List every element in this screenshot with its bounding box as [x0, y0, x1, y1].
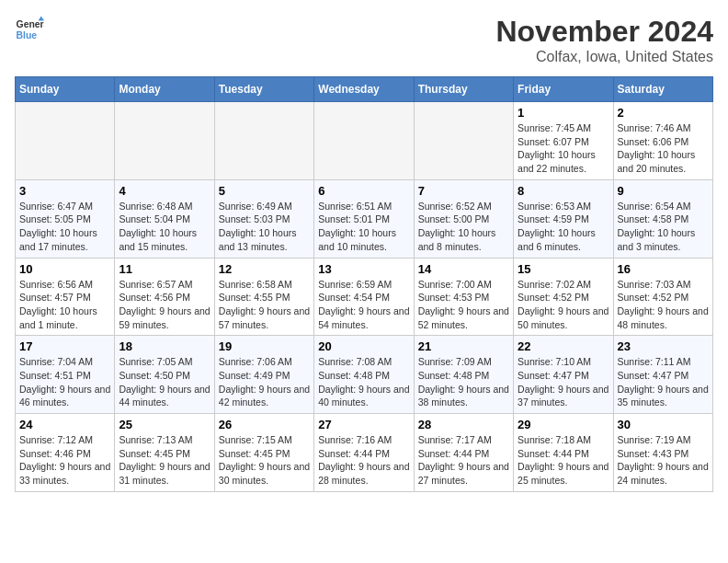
cell-info: Sunrise: 7:11 AMSunset: 4:47 PMDaylight:…	[618, 355, 709, 409]
cell-info: Sunrise: 7:08 AMSunset: 4:48 PMDaylight:…	[318, 355, 409, 409]
calendar-cell	[214, 102, 313, 180]
weekday-header-saturday: Saturday	[613, 77, 712, 102]
calendar-week-5: 24Sunrise: 7:12 AMSunset: 4:46 PMDayligh…	[16, 414, 713, 492]
cell-info: Sunrise: 7:19 AMSunset: 4:43 PMDaylight:…	[618, 433, 709, 488]
day-number: 3	[19, 184, 110, 198]
cell-info: Sunrise: 6:47 AMSunset: 5:05 PMDaylight:…	[19, 200, 110, 254]
calendar-cell: 14Sunrise: 7:00 AMSunset: 4:53 PMDayligh…	[414, 258, 513, 336]
weekday-header-wednesday: Wednesday	[314, 77, 414, 102]
cell-info: Sunrise: 7:13 AMSunset: 4:45 PMDaylight:…	[119, 433, 210, 488]
day-number: 23	[618, 339, 709, 353]
cell-info: Sunrise: 6:59 AMSunset: 4:54 PMDaylight:…	[318, 278, 409, 332]
calendar-cell: 10Sunrise: 6:56 AMSunset: 4:57 PMDayligh…	[16, 258, 115, 336]
day-number: 28	[418, 418, 509, 431]
day-number: 24	[19, 418, 110, 431]
calendar-cell: 7Sunrise: 6:52 AMSunset: 5:00 PMDaylight…	[414, 179, 513, 258]
day-number: 8	[518, 184, 609, 198]
calendar-cell: 22Sunrise: 7:10 AMSunset: 4:47 PMDayligh…	[514, 336, 613, 414]
page-header: General Blue November 2024 Colfax, Iowa,…	[15, 15, 713, 65]
cell-info: Sunrise: 7:09 AMSunset: 4:48 PMDaylight:…	[418, 355, 509, 409]
calendar-cell	[414, 102, 513, 180]
day-number: 11	[119, 262, 210, 276]
calendar-cell: 18Sunrise: 7:05 AMSunset: 4:50 PMDayligh…	[115, 336, 214, 414]
calendar-cell: 27Sunrise: 7:16 AMSunset: 4:44 PMDayligh…	[314, 414, 414, 492]
cell-info: Sunrise: 7:03 AMSunset: 4:52 PMDaylight:…	[618, 278, 709, 332]
cell-info: Sunrise: 6:49 AMSunset: 5:03 PMDaylight:…	[219, 200, 310, 254]
day-number: 5	[219, 184, 310, 198]
cell-info: Sunrise: 7:02 AMSunset: 4:52 PMDaylight:…	[518, 278, 609, 332]
calendar-cell: 13Sunrise: 6:59 AMSunset: 4:54 PMDayligh…	[314, 258, 414, 336]
calendar-cell: 3Sunrise: 6:47 AMSunset: 5:05 PMDaylight…	[16, 179, 115, 258]
cell-info: Sunrise: 6:56 AMSunset: 4:57 PMDaylight:…	[19, 278, 110, 332]
day-number: 17	[19, 339, 110, 353]
cell-info: Sunrise: 7:04 AMSunset: 4:51 PMDaylight:…	[19, 355, 110, 409]
calendar-cell: 30Sunrise: 7:19 AMSunset: 4:43 PMDayligh…	[613, 414, 712, 492]
day-number: 1	[518, 106, 609, 120]
day-number: 14	[418, 262, 509, 276]
calendar-cell: 8Sunrise: 6:53 AMSunset: 4:59 PMDaylight…	[514, 179, 613, 258]
calendar-cell: 6Sunrise: 6:51 AMSunset: 5:01 PMDaylight…	[314, 179, 414, 258]
calendar-body: 1Sunrise: 7:45 AMSunset: 6:07 PMDaylight…	[16, 102, 713, 492]
calendar-week-1: 1Sunrise: 7:45 AMSunset: 6:07 PMDaylight…	[16, 102, 713, 180]
calendar-cell: 1Sunrise: 7:45 AMSunset: 6:07 PMDaylight…	[514, 102, 613, 180]
cell-info: Sunrise: 7:18 AMSunset: 4:44 PMDaylight:…	[518, 433, 609, 488]
cell-info: Sunrise: 7:10 AMSunset: 4:47 PMDaylight:…	[518, 355, 609, 409]
cell-info: Sunrise: 6:58 AMSunset: 4:55 PMDaylight:…	[219, 278, 310, 332]
day-number: 29	[518, 418, 609, 431]
title-area: November 2024 Colfax, Iowa, United State…	[495, 15, 713, 65]
calendar-cell: 21Sunrise: 7:09 AMSunset: 4:48 PMDayligh…	[414, 336, 513, 414]
weekday-header-sunday: Sunday	[16, 77, 115, 102]
weekday-header-monday: Monday	[115, 77, 214, 102]
cell-info: Sunrise: 7:12 AMSunset: 4:46 PMDaylight:…	[19, 433, 110, 488]
calendar-week-2: 3Sunrise: 6:47 AMSunset: 5:05 PMDaylight…	[16, 179, 713, 258]
day-number: 6	[318, 184, 409, 198]
cell-info: Sunrise: 6:53 AMSunset: 4:59 PMDaylight:…	[518, 200, 609, 254]
calendar-cell: 15Sunrise: 7:02 AMSunset: 4:52 PMDayligh…	[514, 258, 613, 336]
calendar-week-3: 10Sunrise: 6:56 AMSunset: 4:57 PMDayligh…	[16, 258, 713, 336]
calendar-cell: 28Sunrise: 7:17 AMSunset: 4:44 PMDayligh…	[414, 414, 513, 492]
day-number: 19	[219, 339, 310, 353]
day-number: 4	[119, 184, 210, 198]
calendar-cell	[16, 102, 115, 180]
day-number: 30	[618, 418, 709, 431]
cell-info: Sunrise: 7:00 AMSunset: 4:53 PMDaylight:…	[418, 278, 509, 332]
svg-marker-2	[39, 17, 44, 21]
calendar-cell: 2Sunrise: 7:46 AMSunset: 6:06 PMDaylight…	[613, 102, 712, 180]
day-number: 27	[318, 418, 409, 431]
calendar-cell: 12Sunrise: 6:58 AMSunset: 4:55 PMDayligh…	[214, 258, 313, 336]
calendar-cell: 4Sunrise: 6:48 AMSunset: 5:04 PMDaylight…	[115, 179, 214, 258]
cell-info: Sunrise: 7:45 AMSunset: 6:07 PMDaylight:…	[518, 121, 609, 176]
calendar-cell	[314, 102, 414, 180]
weekday-header-thursday: Thursday	[414, 77, 513, 102]
calendar-week-4: 17Sunrise: 7:04 AMSunset: 4:51 PMDayligh…	[16, 336, 713, 414]
calendar-cell: 16Sunrise: 7:03 AMSunset: 4:52 PMDayligh…	[613, 258, 712, 336]
calendar-cell	[115, 102, 214, 180]
weekday-header-friday: Friday	[514, 77, 613, 102]
day-number: 2	[618, 106, 709, 120]
calendar-table: SundayMondayTuesdayWednesdayThursdayFrid…	[15, 76, 713, 492]
cell-info: Sunrise: 7:46 AMSunset: 6:06 PMDaylight:…	[618, 121, 709, 176]
day-number: 12	[219, 262, 310, 276]
cell-info: Sunrise: 7:16 AMSunset: 4:44 PMDaylight:…	[318, 433, 409, 488]
cell-info: Sunrise: 7:17 AMSunset: 4:44 PMDaylight:…	[418, 433, 509, 488]
cell-info: Sunrise: 6:48 AMSunset: 5:04 PMDaylight:…	[119, 200, 210, 254]
day-number: 13	[318, 262, 409, 276]
day-number: 25	[119, 418, 210, 431]
svg-text:Blue: Blue	[17, 30, 38, 40]
day-number: 18	[119, 339, 210, 353]
month-title: November 2024	[495, 15, 713, 49]
logo-icon: General Blue	[15, 15, 44, 44]
calendar-cell: 23Sunrise: 7:11 AMSunset: 4:47 PMDayligh…	[613, 336, 712, 414]
day-number: 22	[518, 339, 609, 353]
calendar-cell: 29Sunrise: 7:18 AMSunset: 4:44 PMDayligh…	[514, 414, 613, 492]
day-number: 15	[518, 262, 609, 276]
calendar-cell: 20Sunrise: 7:08 AMSunset: 4:48 PMDayligh…	[314, 336, 414, 414]
cell-info: Sunrise: 6:52 AMSunset: 5:00 PMDaylight:…	[418, 200, 509, 254]
cell-info: Sunrise: 7:15 AMSunset: 4:45 PMDaylight:…	[219, 433, 310, 488]
cell-info: Sunrise: 7:05 AMSunset: 4:50 PMDaylight:…	[119, 355, 210, 409]
weekday-header-row: SundayMondayTuesdayWednesdayThursdayFrid…	[16, 77, 713, 102]
day-number: 16	[618, 262, 709, 276]
calendar-cell: 5Sunrise: 6:49 AMSunset: 5:03 PMDaylight…	[214, 179, 313, 258]
day-number: 7	[418, 184, 509, 198]
weekday-header-tuesday: Tuesday	[214, 77, 313, 102]
